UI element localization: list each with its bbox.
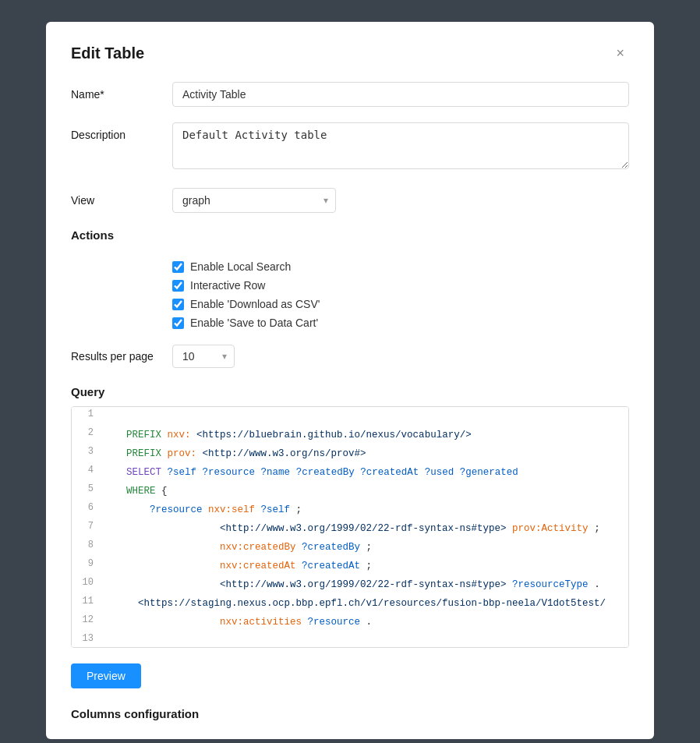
query-code-block[interactable]: 1 2 PREFIX nxv: <https://bluebrain.githu… [71, 406, 629, 648]
view-dropdown-wrap: graph table list ▾ [172, 188, 336, 213]
description-textarea[interactable] [172, 122, 629, 169]
name-row: Name* [71, 82, 629, 107]
code-line-5: 5 WHERE { [72, 482, 628, 501]
code-line-12: 12 nxv:activities ?resource . [72, 613, 628, 632]
edit-table-modal: Edit Table × Name* Description View grap… [46, 22, 654, 739]
code-line-8: 8 nxv:createdBy ?createdBy ; [72, 538, 628, 557]
description-label: Description [71, 122, 172, 141]
code-line-13: 13 [72, 632, 628, 648]
results-per-page-select[interactable]: 5 10 20 50 100 [172, 345, 235, 368]
results-select-wrap: 5 10 20 50 100 ▾ [172, 345, 235, 368]
checkbox-row-0: Enable Local Search [172, 260, 629, 273]
results-per-page-row: Results per page 5 10 20 50 100 ▾ [71, 345, 629, 368]
modal-title: Edit Table [71, 44, 144, 62]
code-line-6: 6 ?resource nxv:self ?self ; [72, 501, 628, 519]
enable-local-search-label: Enable Local Search [190, 260, 291, 273]
enable-local-search-checkbox[interactable] [172, 261, 184, 273]
name-input-wrap [172, 82, 629, 107]
code-line-4: 4 SELECT ?self ?resource ?name ?createdB… [72, 463, 628, 482]
actions-label-row: Actions [71, 228, 629, 253]
description-input-wrap [172, 122, 629, 172]
modal-header: Edit Table × [71, 44, 629, 63]
view-row: View graph table list ▾ [71, 188, 629, 213]
code-line-3: 3 PREFIX prov: <http://www.w3.org/ns/pro… [72, 444, 628, 463]
enable-download-csv-label: Enable 'Download as CSV' [190, 298, 320, 310]
view-select[interactable]: graph table list [172, 188, 336, 213]
code-lines: 1 2 PREFIX nxv: <https://bluebrain.githu… [72, 407, 628, 648]
code-line-11: 11 <https://staging.nexus.ocp.bbp.epfl.c… [72, 594, 628, 613]
interactive-row-label: Interactive Row [190, 279, 265, 292]
enable-save-data-cart-checkbox[interactable] [172, 317, 184, 329]
checkbox-row-3: Enable 'Save to Data Cart' [172, 317, 629, 329]
close-button[interactable]: × [611, 44, 629, 63]
results-per-page-label: Results per page [71, 350, 172, 363]
actions-section: Actions Enable Local Search Interactive … [71, 228, 629, 329]
code-line-10: 10 <http://www.w3.org/1999/02/22-rdf-syn… [72, 575, 628, 594]
code-line-2: 2 PREFIX nxv: <https://bluebrain.github.… [72, 426, 628, 444]
description-row: Description [71, 122, 629, 172]
preview-button[interactable]: Preview [71, 663, 141, 688]
checkbox-row-2: Enable 'Download as CSV' [172, 298, 629, 310]
view-select-wrap: graph table list ▾ [172, 188, 629, 213]
code-line-9: 9 nxv:createdAt ?createdAt ; [72, 557, 628, 575]
enable-download-csv-checkbox[interactable] [172, 299, 184, 310]
interactive-row-checkbox[interactable] [172, 280, 184, 292]
query-section: Query 1 2 PREFIX nxv: <https://bluebrain… [71, 385, 629, 648]
view-label: View [71, 188, 172, 207]
checkbox-row-1: Interactive Row [172, 279, 629, 292]
code-line-1: 1 [72, 407, 628, 426]
actions-title: Actions [71, 228, 114, 242]
query-title: Query [71, 385, 629, 398]
columns-config-title: Columns configuration [71, 707, 629, 720]
name-label: Name* [71, 82, 172, 101]
code-line-7: 7 <http://www.w3.org/1999/02/22-rdf-synt… [72, 519, 628, 538]
name-input[interactable] [172, 82, 629, 107]
enable-save-data-cart-label: Enable 'Save to Data Cart' [190, 317, 318, 329]
columns-config-section: Columns configuration [71, 707, 629, 720]
